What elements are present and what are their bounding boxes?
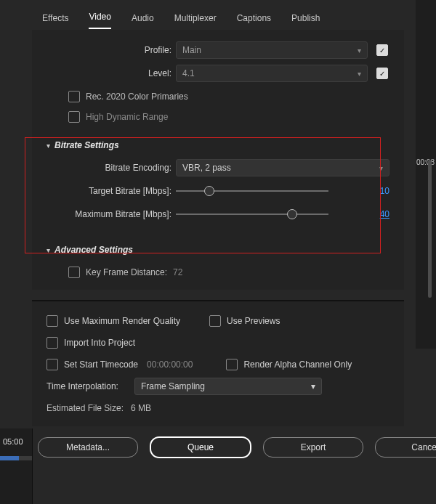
dropdown-bitrate-encoding-value: VBR, 2 pass	[182, 163, 231, 173]
label-rec2020: Rec. 2020 Color Primaries	[86, 92, 188, 102]
value-keyframe[interactable]: 72	[173, 267, 182, 277]
tab-effects[interactable]: Effects	[42, 13, 68, 29]
label-import: Import Into Project	[64, 338, 135, 348]
label-keyframe: Key Frame Distance:	[86, 267, 167, 277]
scrollbar-thumb[interactable]	[428, 160, 432, 298]
label-level: Level:	[47, 68, 176, 78]
video-settings-panel: Profile: Main ▾ Level: 4.1 ▾ Rec. 2020 C…	[32, 30, 404, 290]
row-render-quality: Use Maximum Render Quality Use Previews	[47, 310, 389, 332]
checkbox-rec2020[interactable]	[68, 91, 80, 102]
ruler-time: 00:08	[416, 158, 435, 166]
label-max-render: Use Maximum Render Quality	[64, 316, 180, 326]
chevron-down-icon: ▾	[358, 46, 361, 54]
dropdown-level[interactable]: 4.1 ▾	[176, 65, 368, 82]
dropdown-profile[interactable]: Main ▾	[176, 41, 368, 59]
checkbox-use-previews[interactable]	[209, 315, 221, 327]
slider-max-bitrate[interactable]	[176, 207, 344, 221]
checkbox-import[interactable]	[47, 337, 58, 349]
dropdown-time-interp-value: Frame Sampling	[141, 381, 205, 391]
tab-video[interactable]: Video	[89, 12, 110, 29]
row-estimated-size: Estimated File Size: 6 MB	[47, 403, 389, 413]
section-bitrate[interactable]: ▾ Bitrate Settings	[47, 140, 389, 150]
timeline-time: 05:00	[0, 437, 23, 446]
row-timecode: Set Start Timecode 00:00:00:00 Render Al…	[47, 354, 389, 375]
dropdown-time-interp[interactable]: Frame Sampling ▾	[134, 378, 322, 395]
label-profile: Profile:	[47, 45, 176, 55]
queue-button[interactable]: Queue	[150, 436, 251, 458]
label-time-interp: Time Interpolation:	[47, 381, 118, 391]
checkbox-set-tc[interactable]	[47, 359, 58, 370]
slider-target-bitrate[interactable]	[176, 184, 344, 198]
row-time-interp: Time Interpolation: Frame Sampling ▾	[47, 375, 389, 397]
section-title-advanced: Advanced Settings	[54, 245, 133, 255]
export-tabs: Effects Video Audio Multiplexer Captions…	[0, 0, 436, 30]
dropdown-bitrate-encoding[interactable]: VBR, 2 pass ▾	[176, 159, 389, 176]
label-bitrate-encoding: Bitrate Encoding:	[47, 163, 176, 173]
value-max-bitrate[interactable]: 40	[355, 209, 389, 219]
slider-knob[interactable]	[287, 209, 297, 219]
chevron-down-icon: ▾	[311, 381, 315, 391]
buttons-row: Metadata... Queue Export Cancel	[38, 436, 404, 458]
row-import: Import Into Project	[47, 332, 389, 354]
dropdown-level-value: 4.1	[182, 68, 195, 78]
section-advanced[interactable]: ▾ Advanced Settings	[47, 245, 389, 255]
row-bitrate-encoding: Bitrate Encoding: VBR, 2 pass ▾	[47, 158, 389, 178]
value-est: 6 MB	[131, 403, 151, 413]
dropdown-profile-value: Main	[182, 45, 201, 55]
row-hdr: High Dynamic Range	[68, 107, 389, 127]
row-max-bitrate: Maximum Bitrate [Mbps]: 40	[47, 204, 389, 224]
row-keyframe: Key Frame Distance: 72	[68, 262, 389, 283]
label-alpha: Render Alpha Channel Only	[243, 359, 352, 370]
label-max-bitrate: Maximum Bitrate [Mbps]:	[47, 209, 176, 219]
chevron-down-icon: ▾	[379, 164, 383, 172]
tab-audio[interactable]: Audio	[132, 13, 154, 29]
row-target-bitrate: Target Bitrate [Mbps]: 10	[47, 181, 389, 201]
checkbox-alpha[interactable]	[226, 359, 238, 370]
value-target-bitrate[interactable]: 10	[355, 186, 389, 196]
label-use-previews: Use Previews	[227, 316, 280, 326]
checkbox-keyframe[interactable]	[68, 267, 80, 278]
row-rec2020: Rec. 2020 Color Primaries	[68, 86, 389, 107]
label-est: Estimated File Size:	[47, 403, 124, 413]
row-level: Level: 4.1 ▾	[47, 63, 389, 84]
tab-captions[interactable]: Captions	[237, 13, 271, 29]
tab-multiplexer[interactable]: Multiplexer	[174, 13, 217, 29]
export-options: Use Maximum Render Quality Use Previews …	[32, 300, 404, 426]
tab-publish[interactable]: Publish	[291, 13, 320, 29]
checkbox-hdr[interactable]	[68, 111, 80, 123]
row-profile: Profile: Main ▾	[47, 40, 389, 60]
export-button[interactable]: Export	[263, 437, 363, 458]
label-hdr: High Dynamic Range	[86, 112, 168, 122]
cancel-button[interactable]: Cancel	[375, 437, 436, 458]
twirl-down-icon: ▾	[47, 246, 50, 254]
twirl-down-icon: ▾	[47, 142, 50, 150]
slider-knob[interactable]	[204, 186, 214, 196]
metadata-button[interactable]: Metadata...	[38, 437, 138, 458]
checkbox-level-enable[interactable]	[376, 68, 388, 79]
section-title-bitrate: Bitrate Settings	[54, 140, 119, 150]
timeline-bar[interactable]	[0, 456, 32, 460]
value-tc[interactable]: 00:00:00:00	[147, 359, 193, 370]
checkbox-profile-enable[interactable]	[376, 44, 388, 56]
label-target-bitrate: Target Bitrate [Mbps]:	[47, 186, 176, 196]
right-gutter: 00:08	[416, 0, 436, 349]
label-set-tc: Set Start Timecode	[64, 359, 138, 370]
chevron-down-icon: ▾	[358, 70, 361, 78]
checkbox-max-render[interactable]	[47, 315, 58, 327]
